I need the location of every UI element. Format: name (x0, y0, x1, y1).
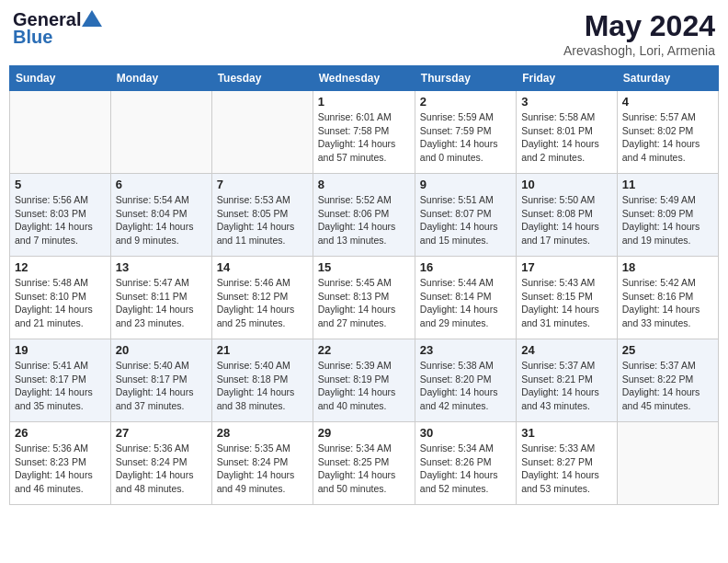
weekday-header-friday: Friday (517, 66, 618, 91)
calendar-cell: 1Sunrise: 6:01 AMSunset: 7:58 PMDaylight… (313, 91, 415, 174)
day-number: 27 (116, 426, 207, 440)
page-header: General Blue May 2024 Arevashogh, Lori, … (9, 9, 719, 58)
day-info: Sunrise: 5:34 AMSunset: 8:25 PMDaylight:… (318, 442, 410, 496)
calendar-cell: 31Sunrise: 5:33 AMSunset: 8:27 PMDayligh… (517, 422, 618, 505)
calendar-week-row: 5Sunrise: 5:56 AMSunset: 8:03 PMDaylight… (10, 174, 719, 257)
day-info: Sunrise: 5:49 AMSunset: 8:09 PMDaylight:… (622, 193, 713, 247)
calendar-week-row: 12Sunrise: 5:48 AMSunset: 8:10 PMDayligh… (10, 257, 719, 339)
calendar-cell: 14Sunrise: 5:46 AMSunset: 8:12 PMDayligh… (211, 257, 313, 339)
calendar-cell: 4Sunrise: 5:57 AMSunset: 8:02 PMDaylight… (617, 91, 718, 174)
day-info: Sunrise: 5:40 AMSunset: 8:17 PMDaylight:… (116, 359, 207, 413)
day-info: Sunrise: 5:51 AMSunset: 8:07 PMDaylight:… (420, 193, 511, 247)
day-number: 20 (116, 343, 207, 357)
calendar-cell: 24Sunrise: 5:37 AMSunset: 8:21 PMDayligh… (517, 339, 618, 422)
day-number: 14 (217, 260, 308, 274)
day-info: Sunrise: 5:46 AMSunset: 8:12 PMDaylight:… (217, 276, 308, 330)
day-info: Sunrise: 5:44 AMSunset: 8:14 PMDaylight:… (420, 276, 511, 330)
day-info: Sunrise: 5:39 AMSunset: 8:19 PMDaylight:… (318, 359, 410, 413)
svg-marker-0 (82, 10, 102, 27)
calendar-cell (617, 422, 718, 505)
calendar-cell: 11Sunrise: 5:49 AMSunset: 8:09 PMDayligh… (617, 174, 718, 257)
day-number: 26 (15, 426, 106, 440)
calendar-cell: 6Sunrise: 5:54 AMSunset: 8:04 PMDaylight… (110, 174, 211, 257)
calendar-cell (110, 91, 211, 174)
day-info: Sunrise: 5:43 AMSunset: 8:15 PMDaylight:… (521, 276, 612, 330)
calendar-cell: 13Sunrise: 5:47 AMSunset: 8:11 PMDayligh… (110, 257, 211, 339)
calendar-cell: 5Sunrise: 5:56 AMSunset: 8:03 PMDaylight… (10, 174, 111, 257)
day-info: Sunrise: 5:58 AMSunset: 8:01 PMDaylight:… (521, 110, 612, 165)
day-number: 13 (116, 260, 207, 274)
day-info: Sunrise: 5:36 AMSunset: 8:23 PMDaylight:… (15, 442, 106, 496)
location: Arevashogh, Lori, Armenia (563, 43, 715, 58)
weekday-header-row: SundayMondayTuesdayWednesdayThursdayFrid… (10, 66, 719, 91)
day-info: Sunrise: 5:37 AMSunset: 8:21 PMDaylight:… (521, 359, 612, 413)
day-info: Sunrise: 5:48 AMSunset: 8:10 PMDaylight:… (15, 276, 106, 330)
weekday-header-tuesday: Tuesday (211, 66, 313, 91)
calendar-cell: 27Sunrise: 5:36 AMSunset: 8:24 PMDayligh… (110, 422, 211, 505)
calendar-cell: 3Sunrise: 5:58 AMSunset: 8:01 PMDaylight… (517, 91, 618, 174)
day-info: Sunrise: 5:59 AMSunset: 7:59 PMDaylight:… (420, 110, 511, 165)
calendar-cell: 23Sunrise: 5:38 AMSunset: 8:20 PMDayligh… (415, 339, 516, 422)
calendar-table: SundayMondayTuesdayWednesdayThursdayFrid… (9, 65, 719, 505)
day-number: 19 (15, 343, 106, 357)
logo: General Blue (13, 9, 102, 48)
day-number: 25 (622, 343, 713, 357)
calendar-cell: 9Sunrise: 5:51 AMSunset: 8:07 PMDaylight… (415, 174, 516, 257)
calendar-cell: 15Sunrise: 5:45 AMSunset: 8:13 PMDayligh… (313, 257, 415, 339)
weekday-header-monday: Monday (110, 66, 211, 91)
calendar-cell: 12Sunrise: 5:48 AMSunset: 8:10 PMDayligh… (10, 257, 111, 339)
calendar-cell: 19Sunrise: 5:41 AMSunset: 8:17 PMDayligh… (10, 339, 111, 422)
day-number: 6 (116, 178, 207, 191)
day-info: Sunrise: 5:56 AMSunset: 8:03 PMDaylight:… (15, 193, 106, 247)
calendar-cell (10, 91, 111, 174)
calendar-cell (211, 91, 313, 174)
weekday-header-thursday: Thursday (415, 66, 516, 91)
calendar-cell: 2Sunrise: 5:59 AMSunset: 7:59 PMDaylight… (415, 91, 516, 174)
day-info: Sunrise: 5:42 AMSunset: 8:16 PMDaylight:… (622, 276, 713, 330)
calendar-cell: 30Sunrise: 5:34 AMSunset: 8:26 PMDayligh… (415, 422, 516, 505)
title-block: May 2024 Arevashogh, Lori, Armenia (563, 9, 715, 58)
day-number: 3 (521, 95, 612, 109)
calendar-cell: 17Sunrise: 5:43 AMSunset: 8:15 PMDayligh… (517, 257, 618, 339)
day-number: 11 (622, 178, 713, 191)
day-number: 22 (318, 343, 410, 357)
day-info: Sunrise: 5:38 AMSunset: 8:20 PMDaylight:… (420, 359, 511, 413)
day-info: Sunrise: 5:34 AMSunset: 8:26 PMDaylight:… (420, 442, 511, 496)
calendar-cell: 7Sunrise: 5:53 AMSunset: 8:05 PMDaylight… (211, 174, 313, 257)
day-number: 5 (15, 178, 106, 191)
day-number: 30 (420, 426, 511, 440)
day-info: Sunrise: 5:52 AMSunset: 8:06 PMDaylight:… (318, 193, 410, 247)
day-info: Sunrise: 5:33 AMSunset: 8:27 PMDaylight:… (521, 442, 612, 496)
day-number: 21 (217, 343, 308, 357)
day-info: Sunrise: 6:01 AMSunset: 7:58 PMDaylight:… (318, 110, 410, 165)
day-number: 4 (622, 95, 713, 109)
calendar-cell: 8Sunrise: 5:52 AMSunset: 8:06 PMDaylight… (313, 174, 415, 257)
weekday-header-wednesday: Wednesday (313, 66, 415, 91)
day-number: 7 (217, 178, 308, 191)
calendar-cell: 26Sunrise: 5:36 AMSunset: 8:23 PMDayligh… (10, 422, 111, 505)
day-info: Sunrise: 5:41 AMSunset: 8:17 PMDaylight:… (15, 359, 106, 413)
calendar-week-row: 19Sunrise: 5:41 AMSunset: 8:17 PMDayligh… (10, 339, 719, 422)
day-number: 16 (420, 260, 511, 274)
day-number: 23 (420, 343, 511, 357)
weekday-header-saturday: Saturday (617, 66, 718, 91)
calendar-cell: 20Sunrise: 5:40 AMSunset: 8:17 PMDayligh… (110, 339, 211, 422)
day-info: Sunrise: 5:36 AMSunset: 8:24 PMDaylight:… (116, 442, 207, 496)
calendar-cell: 28Sunrise: 5:35 AMSunset: 8:24 PMDayligh… (211, 422, 313, 505)
day-info: Sunrise: 5:54 AMSunset: 8:04 PMDaylight:… (116, 193, 207, 247)
day-number: 17 (521, 260, 612, 274)
day-number: 1 (318, 95, 410, 109)
day-number: 10 (521, 178, 612, 191)
day-number: 15 (318, 260, 410, 274)
day-info: Sunrise: 5:37 AMSunset: 8:22 PMDaylight:… (622, 359, 713, 413)
day-info: Sunrise: 5:40 AMSunset: 8:18 PMDaylight:… (217, 359, 308, 413)
day-info: Sunrise: 5:47 AMSunset: 8:11 PMDaylight:… (116, 276, 207, 330)
day-number: 18 (622, 260, 713, 274)
calendar-cell: 21Sunrise: 5:40 AMSunset: 8:18 PMDayligh… (211, 339, 313, 422)
day-info: Sunrise: 5:53 AMSunset: 8:05 PMDaylight:… (217, 193, 308, 247)
day-number: 28 (217, 426, 308, 440)
calendar-week-row: 26Sunrise: 5:36 AMSunset: 8:23 PMDayligh… (10, 422, 719, 505)
day-info: Sunrise: 5:50 AMSunset: 8:08 PMDaylight:… (521, 193, 612, 247)
calendar-cell: 25Sunrise: 5:37 AMSunset: 8:22 PMDayligh… (617, 339, 718, 422)
day-info: Sunrise: 5:45 AMSunset: 8:13 PMDaylight:… (318, 276, 410, 330)
